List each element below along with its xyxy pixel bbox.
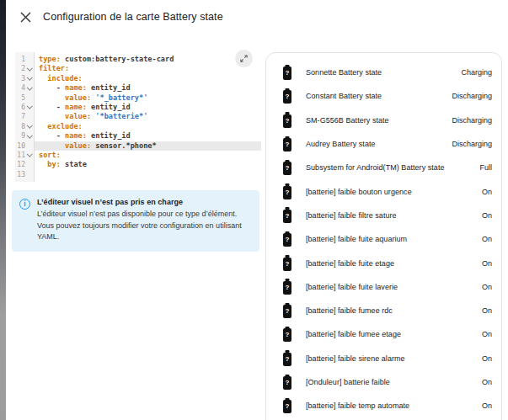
fold-chevron-icon[interactable] <box>27 152 32 157</box>
code-text: include: <box>35 74 261 83</box>
code-text: - name: entity_id <box>35 83 261 93</box>
line-gutter: 13 <box>15 170 35 179</box>
entity-name: Constant Battery state <box>306 92 445 100</box>
line-number: 5 <box>15 93 25 103</box>
battery-entity-row[interactable]: ?[batterie] faible fuite aquariumOn <box>266 227 501 251</box>
entity-name: [batterie] faible bouton urgence <box>306 188 475 196</box>
code-text: filter: <box>35 64 261 73</box>
code-line-4[interactable]: 4 - name: entity_id <box>15 83 261 93</box>
dialog-header: Configuration de la carte Battery state <box>6 0 508 34</box>
dimmed-backdrop <box>0 0 6 420</box>
code-line-6[interactable]: 6 - name: entity_id <box>15 103 261 112</box>
code-line-3[interactable]: 3 include: <box>15 74 261 83</box>
line-number: 2 <box>15 64 25 73</box>
code-line-9[interactable]: 9 - name: entity_id <box>15 131 261 141</box>
entity-state: On <box>482 283 492 291</box>
line-gutter: 7 <box>15 112 35 121</box>
alert-title: L’éditeur visuel n’est pas pris en charg… <box>37 198 251 206</box>
line-gutter: 3 <box>15 74 35 83</box>
code-text: value: sensor.*phone* <box>35 141 261 151</box>
battery-entity-row[interactable]: ?[batterie] faible fuite etageOn <box>266 251 501 274</box>
battery-unknown-icon: ? <box>283 305 291 318</box>
entity-name: [Onduleur] batterie faible <box>306 378 475 386</box>
entity-state: Discharging <box>452 116 492 125</box>
line-number: 6 <box>15 103 25 112</box>
fold-chevron-icon[interactable] <box>27 84 32 89</box>
entity-name: Sonnette Battery state <box>306 68 454 77</box>
battery-unknown-icon: ? <box>283 353 291 366</box>
battery-entity-row[interactable]: ?[batterie] faible temp automateOn <box>266 394 501 417</box>
code-text: exclude: <box>35 122 261 131</box>
entity-state: Discharging <box>452 92 492 100</box>
dialog-title: Configuration de la carte Battery state <box>43 11 223 23</box>
battery-entity-row[interactable]: ?[batterie] faible filtre satureOn <box>266 204 501 227</box>
code-line-10[interactable]: 10 value: sensor.*phone* <box>15 141 261 151</box>
battery-entity-row[interactable]: ?[batterie] faible fuite laverieOn <box>266 275 501 299</box>
code-text: - name: entity_id <box>35 131 261 141</box>
line-gutter: 9 <box>15 131 35 141</box>
fold-chevron-icon[interactable] <box>27 123 32 128</box>
battery-list: ?Sonnette Battery stateCharging?Constant… <box>266 61 501 417</box>
line-gutter: 10 <box>15 141 35 151</box>
code-text: - name: entity_id <box>35 103 261 112</box>
alert-text: L’éditeur visuel n’est pas pris en charg… <box>37 198 251 243</box>
code-line-2[interactable]: 2filter: <box>15 64 261 73</box>
entity-name: [batterie] faible fuite etage <box>306 259 475 268</box>
battery-entity-row[interactable]: ?Sonnette Battery stateCharging <box>266 61 501 84</box>
code-text <box>35 170 261 179</box>
fold-chevron-icon[interactable] <box>27 132 32 137</box>
entity-state: On <box>482 401 492 410</box>
code-line-13[interactable]: 13 <box>15 170 261 179</box>
battery-unknown-icon: ? <box>283 186 291 199</box>
alert-body: L’éditeur visuel n’est pas disponible po… <box>37 209 251 243</box>
line-number: 13 <box>15 170 25 179</box>
yaml-editor-lines: 1type: custom:battery-state-card2filter:… <box>15 55 261 179</box>
entity-state: On <box>482 330 492 338</box>
battery-unknown-icon: ? <box>283 376 291 390</box>
code-line-8[interactable]: 8 exclude: <box>15 122 261 131</box>
line-number: 10 <box>15 141 25 151</box>
entity-state: On <box>482 306 492 315</box>
entity-state: Full <box>479 163 492 172</box>
battery-unknown-icon: ? <box>283 138 291 152</box>
battery-entity-row[interactable]: ?SM-G556B Battery stateDischarging <box>266 109 501 132</box>
line-gutter: 4 <box>15 83 35 93</box>
battery-entity-row[interactable]: ?[Onduleur] batterie faibleOn <box>266 370 501 394</box>
entity-name: SM-G556B Battery state <box>306 116 445 125</box>
line-gutter: 2 <box>15 64 35 73</box>
expand-editor-button[interactable] <box>235 50 253 67</box>
code-line-12[interactable]: 12 by: state <box>15 160 261 169</box>
code-line-1[interactable]: 1type: custom:battery-state-card <box>15 55 261 64</box>
battery-entity-row[interactable]: ?[batterie] faible fumee rdcOn <box>266 299 501 322</box>
battery-unknown-icon: ? <box>283 233 291 247</box>
battery-entity-row[interactable]: ?Subsystem for Android(TM) Battery state… <box>266 156 501 179</box>
battery-entity-row[interactable]: ?[batterie] faible fumee etageOn <box>266 322 501 346</box>
line-number: 12 <box>15 160 25 169</box>
fold-chevron-icon[interactable] <box>27 104 32 109</box>
entity-state: Discharging <box>452 140 492 148</box>
fold-chevron-icon[interactable] <box>27 75 32 80</box>
code-text: value: '*batterie*' <box>35 112 261 121</box>
battery-unknown-icon: ? <box>283 281 291 295</box>
yaml-editor[interactable]: 1type: custom:battery-state-card2filter:… <box>15 52 261 182</box>
code-text: by: state <box>35 160 261 169</box>
code-line-11[interactable]: 11sort: <box>15 151 261 160</box>
entity-name: [batterie] faible sirene alarme <box>306 354 475 363</box>
battery-entity-row[interactable]: ?[batterie] faible bouton urgenceOn <box>266 179 501 203</box>
close-button[interactable] <box>15 7 35 27</box>
battery-unknown-icon: ? <box>283 90 291 104</box>
line-number: 1 <box>15 55 25 64</box>
battery-entity-row[interactable]: ?Audrey Battery stateDischarging <box>266 132 501 156</box>
line-gutter: 12 <box>15 160 35 169</box>
entity-state: On <box>482 235 492 243</box>
battery-entity-row[interactable]: ?[batterie] faible sirene alarmeOn <box>266 347 501 370</box>
battery-state-card-preview: ?Sonnette Battery stateCharging?Constant… <box>265 52 502 420</box>
battery-entity-row[interactable]: ?Constant Battery stateDischarging <box>266 84 501 108</box>
fold-chevron-icon[interactable] <box>27 65 32 70</box>
code-line-7[interactable]: 7 value: '*batterie*' <box>15 112 261 121</box>
code-text: type: custom:battery-state-card <box>35 55 261 64</box>
entity-name: Audrey Battery state <box>306 140 445 148</box>
code-line-5[interactable]: 5 value: '*_battery*' <box>15 93 261 103</box>
card-config-dialog: Configuration de la carte Battery state … <box>6 0 508 420</box>
battery-unknown-icon: ? <box>283 258 291 271</box>
